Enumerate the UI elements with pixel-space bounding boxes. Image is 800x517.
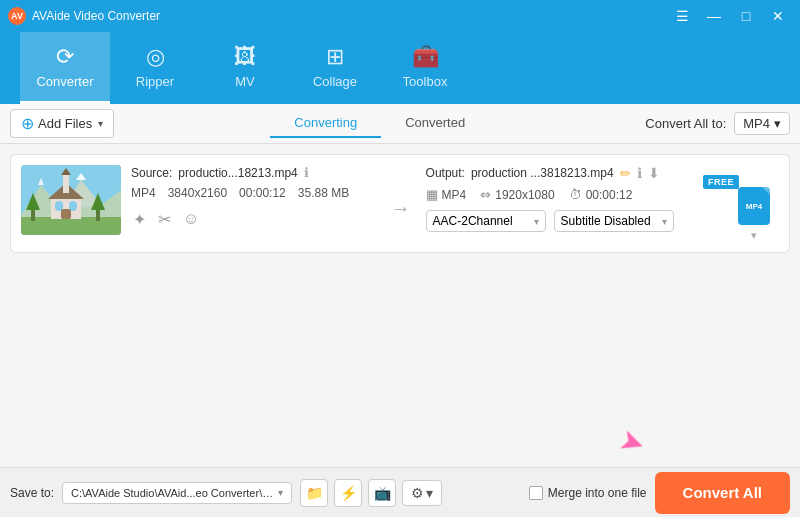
subtitle-select-arrow: ▾ — [662, 216, 667, 227]
convert-all-format-select[interactable]: MP4 ▾ — [734, 112, 790, 135]
output-format-item: ▦ MP4 — [426, 187, 467, 202]
format-dropdown-icon: ▾ — [774, 116, 781, 131]
free-badge: FREE — [703, 175, 739, 189]
file-source-row: Source: productio...18213.mp4 ℹ — [131, 165, 376, 180]
subtitle-option-value: Subtitle Disabled — [561, 214, 651, 228]
nav-item-converter[interactable]: ⟳ Converter — [20, 32, 110, 104]
app-logo: AV — [8, 7, 26, 25]
add-files-label: Add Files — [38, 116, 92, 131]
svg-rect-13 — [31, 209, 35, 221]
output-info-icon[interactable]: ℹ — [637, 165, 642, 181]
format-card-label: MP4 — [746, 202, 762, 211]
mv-icon: 🖼 — [234, 44, 256, 70]
output-duration-item: ⏱ 00:00:12 — [569, 187, 633, 202]
nav-label-ripper: Ripper — [136, 74, 174, 89]
nav-label-collage: Collage — [313, 74, 357, 89]
toolbar: ⊕ Add Files ▾ Converting Converted Conve… — [0, 104, 800, 144]
output-resolution: 1920x1080 — [495, 188, 554, 202]
source-label: Source: — [131, 166, 172, 180]
screen-button[interactable]: 📺 — [368, 479, 396, 507]
source-filename: productio...18213.mp4 — [178, 166, 297, 180]
save-to-label: Save to: — [10, 486, 54, 500]
svg-rect-5 — [21, 217, 121, 235]
svg-rect-8 — [63, 175, 69, 193]
file-actions: ✦ ✂ ☺ — [131, 208, 376, 231]
save-path-dropdown-arrow: ▾ — [278, 487, 283, 498]
tab-converting[interactable]: Converting — [270, 109, 381, 138]
maximize-button[interactable]: □ — [732, 5, 760, 27]
app-title: AVAide Video Converter — [32, 9, 668, 23]
source-info-icon[interactable]: ℹ — [304, 165, 309, 180]
format-card-dropdown-arrow[interactable]: ▾ — [751, 229, 757, 242]
nav-label-toolbox: Toolbox — [403, 74, 448, 89]
nav-label-converter: Converter — [36, 74, 93, 89]
add-files-dropdown-arrow[interactable]: ▾ — [98, 118, 103, 129]
format-card-corner — [762, 187, 770, 195]
cut-icon[interactable]: ✂ — [156, 208, 173, 231]
svg-rect-15 — [96, 209, 100, 221]
merge-checkbox-box[interactable] — [529, 486, 543, 500]
menu-button[interactable]: ☰ — [668, 5, 696, 27]
convert-all-format-value: MP4 — [743, 116, 770, 131]
svg-rect-12 — [61, 209, 71, 219]
output-duration: 00:00:12 — [586, 188, 633, 202]
source-size: 35.88 MB — [298, 186, 349, 200]
gear-icon: ⚙ — [411, 485, 424, 501]
merge-label: Merge into one file — [548, 486, 647, 500]
add-files-button[interactable]: ⊕ Add Files ▾ — [10, 109, 114, 138]
output-file-info: Output: production ...3818213.mp4 ✏ ℹ ⬇ … — [426, 165, 719, 232]
minimize-button[interactable]: — — [700, 5, 728, 27]
save-path-input[interactable]: C:\AVAide Studio\AVAid...eo Converter\Co… — [62, 482, 292, 504]
resize-icon: ⇔ — [480, 187, 491, 202]
close-button[interactable]: ✕ — [764, 5, 792, 27]
window-controls: ☰ — □ ✕ — [668, 5, 792, 27]
toolbox-icon: 🧰 — [412, 44, 439, 70]
tab-converted[interactable]: Converted — [381, 109, 489, 138]
nav-item-toolbox[interactable]: 🧰 Toolbox — [380, 32, 470, 104]
collage-icon: ⊞ — [326, 44, 344, 70]
source-format: MP4 — [131, 186, 156, 200]
add-icon: ⊕ — [21, 114, 34, 133]
output-selects: AAC-2Channel ▾ Subtitle Disabled ▾ — [426, 210, 719, 232]
output-label: Output: — [426, 166, 465, 180]
effects-icon[interactable]: ☺ — [181, 208, 201, 231]
nav-item-ripper[interactable]: ◎ Ripper — [110, 32, 200, 104]
lightning-button[interactable]: ⚡ — [334, 479, 362, 507]
output-meta: ▦ MP4 ⇔ 1920x1080 ⏱ 00:00:12 — [426, 187, 719, 202]
output-resolution-item: ⇔ 1920x1080 — [480, 187, 554, 202]
source-duration: 00:00:12 — [239, 186, 286, 200]
nav-item-collage[interactable]: ⊞ Collage — [290, 32, 380, 104]
output-format: MP4 — [442, 188, 467, 202]
nav-item-mv[interactable]: 🖼 MV — [200, 32, 290, 104]
output-download-icon[interactable]: ⬇ — [648, 165, 660, 181]
output-filename: production ...3818213.mp4 — [471, 166, 614, 180]
audio-select-arrow: ▾ — [534, 216, 539, 227]
format-button: MP4 ▾ — [729, 187, 779, 242]
enhance-icon[interactable]: ✦ — [131, 208, 148, 231]
settings-button[interactable]: ⚙ ▾ — [402, 480, 442, 506]
audio-select[interactable]: AAC-2Channel ▾ — [426, 210, 546, 232]
arrow-separator: → — [386, 197, 416, 220]
titlebar: AV AVAide Video Converter ☰ — □ ✕ — [0, 0, 800, 32]
ripper-icon: ◎ — [146, 44, 165, 70]
output-source-row: Output: production ...3818213.mp4 ✏ ℹ ⬇ — [426, 165, 719, 181]
toolbar-tabs: Converting Converted — [114, 109, 645, 138]
source-file-info: Source: productio...18213.mp4 ℹ MP4 3840… — [131, 165, 376, 231]
bottom-actions: 📁 ⚡ 📺 ⚙ ▾ — [300, 479, 442, 507]
merge-checkbox[interactable]: Merge into one file — [529, 486, 647, 500]
convert-all-to-label: Convert All to: — [645, 116, 726, 131]
convert-all-button[interactable]: Convert All — [655, 472, 790, 514]
save-path-value: C:\AVAide Studio\AVAid...eo Converter\Co… — [71, 487, 274, 499]
nav-label-mv: MV — [235, 74, 255, 89]
output-edit-icon[interactable]: ✏ — [620, 166, 631, 181]
converter-icon: ⟳ — [56, 44, 74, 70]
film-icon: ▦ — [426, 187, 438, 202]
clock-icon: ⏱ — [569, 187, 582, 202]
file-thumbnail — [21, 165, 121, 235]
main-content: Source: productio...18213.mp4 ℹ MP4 3840… — [0, 144, 800, 467]
open-folder-button[interactable]: 📁 — [300, 479, 328, 507]
file-item: Source: productio...18213.mp4 ℹ MP4 3840… — [10, 154, 790, 253]
format-card[interactable]: MP4 — [738, 187, 770, 225]
source-resolution: 3840x2160 — [168, 186, 227, 200]
subtitle-select[interactable]: Subtitle Disabled ▾ — [554, 210, 674, 232]
